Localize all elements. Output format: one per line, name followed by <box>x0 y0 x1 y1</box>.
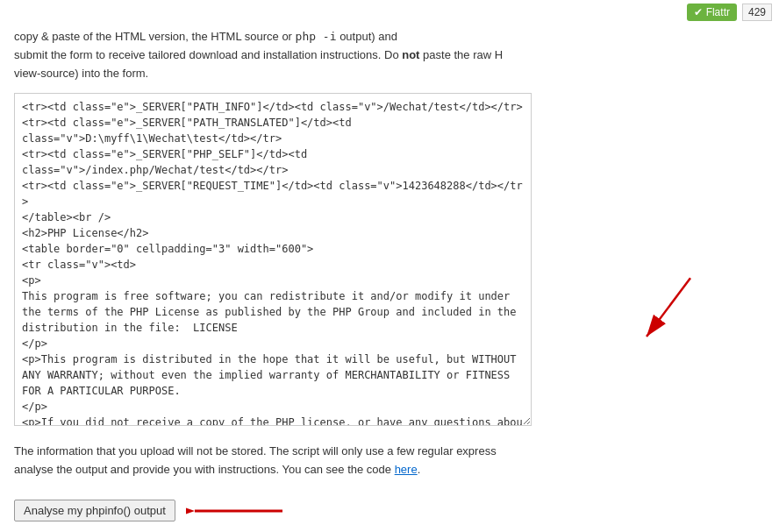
top-bar: ✔ Flattr 429 <box>0 0 779 25</box>
flattr-count: 429 <box>742 4 772 21</box>
analyse-button-container: Analyse my phpinfo() output <box>14 493 765 528</box>
flattr-label: Flattr <box>706 6 730 18</box>
button-arrow <box>186 493 291 528</box>
flattr-icon: ✔ <box>694 6 703 18</box>
intro-text-1b: output) and <box>337 30 397 43</box>
info-period: . <box>418 463 421 476</box>
arrow-annotation <box>625 271 712 358</box>
intro-paragraph-1: copy & paste of the HTML version, the HT… <box>14 28 765 82</box>
code-textarea[interactable] <box>14 93 532 426</box>
here-link[interactable]: here <box>395 463 418 476</box>
code-box-container <box>14 93 765 429</box>
analyse-button[interactable]: Analyse my phpinfo() output <box>14 500 175 521</box>
intro-text-2a: submit the form to receive tailored down… <box>14 48 402 61</box>
svg-line-1 <box>647 279 690 337</box>
info-paragraph: The information that you upload will not… <box>14 443 765 479</box>
flattr-button[interactable]: ✔ Flattr <box>687 4 737 21</box>
intro-text-3: view-source) into the form. <box>14 67 148 80</box>
info-text-2: analyse the output and provide you with … <box>14 463 395 476</box>
info-text-1: The information that you upload will not… <box>14 444 497 458</box>
intro-code-1: php -i <box>296 30 337 43</box>
intro-text-1a: copy & paste of the HTML version, the HT… <box>14 30 296 43</box>
intro-text-2b: paste the raw H <box>419 48 503 61</box>
main-content: copy & paste of the HTML version, the HT… <box>0 25 779 532</box>
intro-bold-1: not <box>402 48 419 61</box>
